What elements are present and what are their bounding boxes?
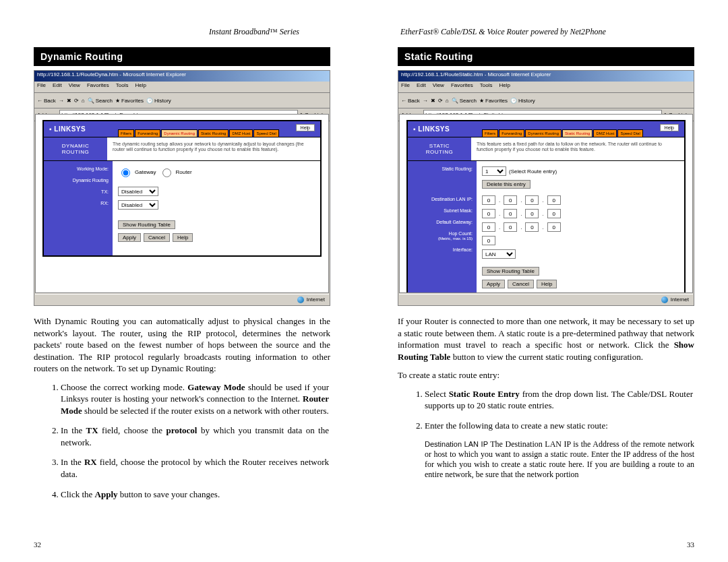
cancel-button[interactable]: Cancel: [508, 280, 534, 288]
home-button[interactable]: ⌂: [82, 98, 85, 104]
hop-count-input[interactable]: [482, 236, 495, 245]
ip-octet[interactable]: [525, 222, 539, 232]
tab-dynamic-routing[interactable]: Dynamic Routing: [525, 129, 562, 137]
page-number: 33: [687, 540, 694, 549]
form-body: 1 (Select Route entry) Delete this entry…: [477, 161, 684, 293]
ip-octet[interactable]: [504, 209, 517, 218]
forward-button[interactable]: →: [423, 98, 428, 104]
linksys-tabs: Filters Forwarding Dynamic Routing Stati…: [479, 121, 646, 137]
tab-filters[interactable]: Filters: [482, 129, 498, 137]
back-button[interactable]: ← Back: [401, 98, 420, 104]
cancel-button[interactable]: Cancel: [144, 233, 170, 242]
delete-entry-button[interactable]: Delete this entry: [482, 180, 530, 189]
forward-button[interactable]: →: [59, 98, 64, 104]
tab-forwarding[interactable]: Forwarding: [135, 129, 160, 137]
rx-select[interactable]: Disabled: [118, 200, 158, 210]
ie-toolbar: ← Back → ✖ ⟳ ⌂ 🔍Search ★Favorites 🕑Histo…: [398, 93, 694, 108]
tab-dmz-host[interactable]: DMZ Host: [229, 129, 253, 137]
menu-item[interactable]: View: [433, 82, 444, 92]
ip-octet[interactable]: [482, 222, 495, 232]
help-form-button[interactable]: Help: [173, 233, 193, 242]
ie-menubar: File Edit View Favorites Tools Help: [398, 82, 694, 93]
apply-button[interactable]: Apply: [482, 280, 505, 288]
linksys-logo: ▪ LINKSYS: [408, 121, 479, 137]
search-button[interactable]: 🔍Search: [88, 98, 113, 104]
ie-titlebar: http://192.168.1.1/RouteDyna.htm - Micro…: [34, 71, 330, 82]
page-number: 32: [34, 540, 41, 549]
help-form-button[interactable]: Help: [537, 280, 557, 288]
apply-button[interactable]: Apply: [118, 233, 141, 242]
ie-titlebar: http://192.168.1.1/RouteStatic.htm - Mic…: [398, 71, 694, 82]
menu-item[interactable]: Help: [135, 82, 146, 92]
linksys-logo: ▪ LINKSYS: [44, 121, 115, 137]
steps-list-right: Select Static Route Entry from the drop …: [398, 388, 694, 432]
screenshot-static-routing: http://192.168.1.1/RouteStatic.htm - Mic…: [398, 70, 694, 306]
history-button[interactable]: 🕑History: [510, 98, 535, 104]
list-item: Click the Apply button to save your chan…: [61, 489, 330, 501]
interface-select[interactable]: LAN: [482, 249, 516, 259]
ip-octet[interactable]: [504, 222, 517, 232]
tx-select[interactable]: Disabled: [118, 187, 158, 196]
home-button[interactable]: ⌂: [446, 98, 449, 104]
tab-filters[interactable]: Filters: [118, 129, 134, 137]
back-button[interactable]: ← Back: [37, 98, 56, 104]
ie-menubar: File Edit View Favorites Tools Help: [34, 82, 330, 93]
route-entry-select[interactable]: 1: [482, 166, 506, 176]
ie-toolbar: ← Back → ✖ ⟳ ⌂ 🔍Search ★Favorites 🕑Histo…: [34, 93, 330, 108]
stop-button[interactable]: ✖: [67, 98, 71, 104]
gateway-radio[interactable]: [121, 168, 130, 177]
refresh-button[interactable]: ⟳: [74, 98, 79, 104]
search-button[interactable]: 🔍Search: [452, 98, 477, 104]
favorites-button[interactable]: ★Favorites: [479, 98, 508, 104]
ip-octet[interactable]: [547, 222, 561, 232]
screenshot-dynamic-routing: http://192.168.1.1/RouteDyna.htm - Micro…: [34, 70, 330, 306]
ip-octet[interactable]: [525, 195, 539, 205]
steps-list-left: Choose the correct working mode. Gateway…: [34, 381, 330, 500]
help-button[interactable]: Help: [296, 124, 315, 131]
list-item: Enter the following data to create a new…: [425, 420, 694, 432]
page-right: EtherFast® Cable/DSL & Voice Router powe…: [364, 0, 728, 562]
menu-item[interactable]: Edit: [53, 82, 62, 92]
tab-dmz-host[interactable]: DMZ Host: [593, 129, 617, 137]
tab-static-routing[interactable]: Static Routing: [562, 129, 593, 137]
ip-octet[interactable]: [525, 209, 539, 218]
stop-button[interactable]: ✖: [431, 98, 435, 104]
ip-octet[interactable]: [547, 209, 561, 218]
refresh-button[interactable]: ⟳: [438, 98, 443, 104]
menu-item[interactable]: Favorites: [451, 82, 473, 92]
menu-item[interactable]: Edit: [417, 82, 426, 92]
show-routing-table-button[interactable]: Show Routing Table: [118, 220, 175, 229]
ie-statusbar: Internet: [399, 294, 693, 305]
ie-content: ▪ LINKSYS Filters Forwarding Dynamic Rou…: [35, 114, 329, 293]
menu-item[interactable]: Tools: [116, 82, 129, 92]
tab-speed-dial[interactable]: Speed Dial: [617, 129, 642, 137]
ip-octet[interactable]: [504, 195, 517, 205]
panel-description: The dynamic routing setup allows your ne…: [107, 137, 320, 160]
body-text-left: With Dynamic Routing you can automatical…: [34, 315, 330, 375]
ip-octet[interactable]: [482, 209, 495, 218]
linksys-tabs: Filters Forwarding Dynamic Routing Stati…: [115, 121, 282, 137]
header-right: EtherFast® Cable/DSL & Voice Router powe…: [398, 27, 694, 38]
tab-static-routing[interactable]: Static Routing: [198, 129, 229, 137]
menu-item[interactable]: View: [69, 82, 80, 92]
menu-item[interactable]: Help: [499, 82, 510, 92]
tab-speed-dial[interactable]: Speed Dial: [253, 129, 278, 137]
menu-item[interactable]: Tools: [480, 82, 493, 92]
menu-item[interactable]: File: [401, 82, 410, 92]
tab-dynamic-routing[interactable]: Dynamic Routing: [161, 129, 198, 137]
help-button[interactable]: Help: [660, 124, 679, 131]
sub-definition: Destination LAN IP The Destination LAN I…: [425, 439, 694, 480]
panel-description: This feature sets a fixed path for data …: [471, 137, 684, 160]
section-title-right: Static Routing: [398, 47, 694, 66]
menu-item[interactable]: File: [37, 82, 46, 92]
ip-octet[interactable]: [482, 195, 495, 205]
router-radio[interactable]: [162, 168, 171, 177]
tab-forwarding[interactable]: Forwarding: [499, 129, 524, 137]
menu-item[interactable]: Favorites: [87, 82, 109, 92]
internet-icon: [661, 296, 668, 303]
history-button[interactable]: 🕑History: [146, 98, 171, 104]
ip-octet[interactable]: [547, 195, 561, 205]
show-routing-table-button[interactable]: Show Routing Table: [482, 267, 539, 276]
favorites-button[interactable]: ★Favorites: [115, 98, 144, 104]
list-item: In the RX field, choose the protocol by …: [61, 456, 330, 480]
